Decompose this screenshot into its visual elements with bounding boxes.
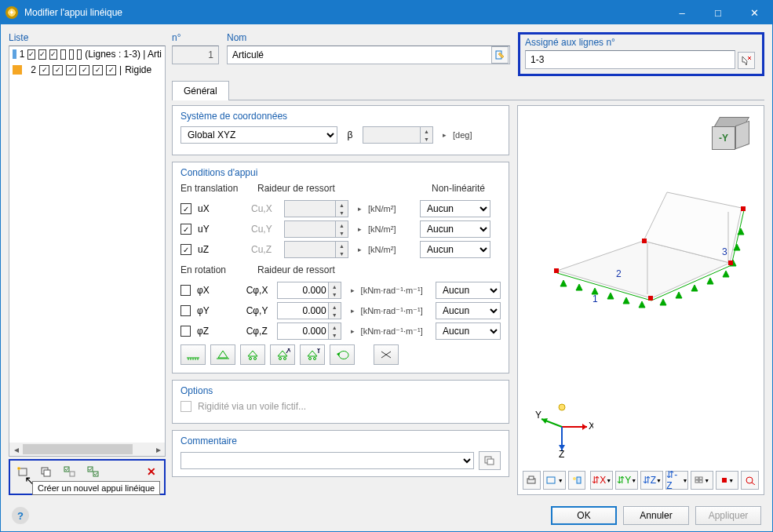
svg-rect-75 <box>699 480 702 483</box>
edit-name-button[interactable] <box>491 46 509 64</box>
uz-nonlinearity-select[interactable]: Aucun <box>420 241 490 258</box>
preset-fixed-button[interactable] <box>180 344 206 365</box>
support-conditions-panel: Conditions d'appui En translation Raideu… <box>172 162 509 373</box>
options-panel: Options Rigidité via un voile fictif... <box>172 380 509 424</box>
svg-marker-44 <box>707 278 713 284</box>
show-loads-button[interactable] <box>568 471 586 490</box>
list-item[interactable]: 1 ✓✓✓ (Lignes : 1-3) | Arti <box>9 46 165 62</box>
list-item-number: 2 <box>25 64 36 75</box>
model-sketch: 1 2 3 <box>526 177 753 333</box>
svg-rect-71 <box>577 477 581 483</box>
svg-marker-36 <box>576 284 582 290</box>
tab-general[interactable]: Général <box>172 81 229 100</box>
list-item[interactable]: 2 ✓✓✓ ✓✓✓ | Rigide <box>9 62 165 78</box>
comment-select[interactable] <box>180 452 474 469</box>
h-scrollbar[interactable]: ◂ ▸ <box>9 443 165 456</box>
scroll-right-button[interactable]: ▸ <box>151 443 165 456</box>
check-all-button[interactable] <box>60 463 79 480</box>
marker-button[interactable]: ▼ <box>716 471 738 490</box>
fictitious-wall-label: Rigidité via un voile fictif... <box>198 401 306 412</box>
ok-button[interactable]: OK <box>551 506 617 525</box>
preset-roller-button[interactable] <box>240 344 265 365</box>
phiz-checkbox[interactable] <box>180 326 191 337</box>
uz-label: uZ <box>198 244 245 255</box>
expand-icon[interactable]: ▸ <box>358 225 362 233</box>
expand-icon[interactable]: ▸ <box>351 286 355 294</box>
nom-input[interactable] <box>227 46 510 64</box>
minimize-button[interactable]: – <box>664 1 700 24</box>
phiz-label: φZ <box>197 326 240 337</box>
help-button[interactable]: ? <box>12 507 29 524</box>
preset-rotate-button[interactable] <box>330 344 355 365</box>
coord-system-panel: Système de coordonnées Global XYZ β ▲▼ ▸… <box>172 105 509 155</box>
phiy-nonlinearity-select[interactable]: Aucun <box>436 302 501 319</box>
uncheck-all-button[interactable] <box>84 463 103 480</box>
svg-rect-53 <box>642 239 647 243</box>
maximize-button[interactable]: □ <box>700 1 736 24</box>
phix-checkbox[interactable] <box>180 285 191 296</box>
options-title: Options <box>180 385 501 396</box>
svg-point-21 <box>314 358 316 360</box>
preset-roller-y-button[interactable]: Y <box>300 344 325 365</box>
svg-text:1: 1 <box>593 293 598 304</box>
copy-support-button[interactable] <box>37 463 56 480</box>
expand-icon[interactable]: ▸ <box>443 131 447 139</box>
support-list[interactable]: 1 ✓✓✓ (Lignes : 1-3) | Arti 2 ✓✓✓ ✓✓✓ | … <box>9 46 166 457</box>
comment-library-button[interactable] <box>479 451 501 470</box>
list-item-label: Rigide <box>125 64 151 75</box>
view-cube[interactable]: -Y <box>709 117 753 161</box>
expand-icon[interactable]: ▸ <box>351 327 355 335</box>
svg-point-77 <box>746 477 753 483</box>
zoom-extents-button[interactable] <box>741 471 759 490</box>
phix-nonlinearity-select[interactable]: Aucun <box>436 282 501 299</box>
model-preview[interactable]: -Y <box>517 105 764 495</box>
svg-line-78 <box>752 483 755 485</box>
preset-roller-x-button[interactable]: X <box>270 344 295 365</box>
preset-hinged-button[interactable] <box>210 344 235 365</box>
preset-free-button[interactable] <box>374 344 399 365</box>
pick-lines-button[interactable] <box>738 52 755 69</box>
expand-icon[interactable]: ▸ <box>358 205 362 213</box>
svg-marker-39 <box>623 297 629 304</box>
uy-nonlinearity-select[interactable]: Aucun <box>420 220 490 238</box>
phiy-checkbox[interactable] <box>180 305 191 316</box>
axis-z-button[interactable]: ⇵Z▼ <box>640 471 663 490</box>
assigned-lines-input[interactable] <box>525 50 735 69</box>
close-button[interactable]: ✕ <box>736 1 772 24</box>
cux-label: Cu,X <box>251 203 278 214</box>
cuy-label: Cu,Y <box>251 224 278 235</box>
ux-checkbox[interactable]: ✓ <box>180 203 191 214</box>
view-mode-button[interactable]: ▼ <box>543 471 566 490</box>
delete-support-button[interactable]: ✕ <box>142 463 161 480</box>
print-view-button[interactable] <box>523 471 541 490</box>
window-title: Modifier l'appui linéique <box>24 7 664 18</box>
svg-point-70 <box>573 477 576 480</box>
uy-checkbox[interactable]: ✓ <box>180 224 191 235</box>
scroll-thumb[interactable] <box>23 444 133 454</box>
new-support-button[interactable] <box>13 463 32 480</box>
uz-checkbox[interactable]: ✓ <box>180 244 191 255</box>
svg-rect-74 <box>695 480 698 483</box>
svg-marker-10 <box>218 351 228 358</box>
svg-rect-73 <box>699 477 702 479</box>
expand-icon[interactable]: ▸ <box>358 246 362 253</box>
axis-y-button[interactable]: ⇵Y▼ <box>615 471 638 490</box>
rotation-heading: En rotation <box>180 264 251 275</box>
svg-text:Z: Z <box>559 449 564 458</box>
svg-rect-51 <box>728 261 733 265</box>
axis-neg-z-button[interactable]: ⇵-Z▼ <box>665 471 688 490</box>
scroll-left-button[interactable]: ◂ <box>9 443 23 456</box>
numero-input[interactable] <box>172 46 219 64</box>
phiz-nonlinearity-select[interactable]: Aucun <box>436 322 501 340</box>
unit-label: [kN/m²] <box>368 204 414 213</box>
fictitious-wall-checkbox[interactable] <box>180 401 191 412</box>
ux-nonlinearity-select[interactable]: Aucun <box>420 200 490 217</box>
nom-label: Nom <box>227 32 510 43</box>
expand-icon[interactable]: ▸ <box>351 307 355 315</box>
grid-button[interactable]: ▼ <box>691 471 713 490</box>
check-icon: ✓ <box>38 49 46 60</box>
coord-system-select[interactable]: Global XYZ <box>180 126 337 144</box>
check-icon: ✓ <box>49 49 57 60</box>
axis-x-button[interactable]: ⇵X▼ <box>590 471 613 490</box>
cancel-button[interactable]: Annuler <box>623 506 689 525</box>
